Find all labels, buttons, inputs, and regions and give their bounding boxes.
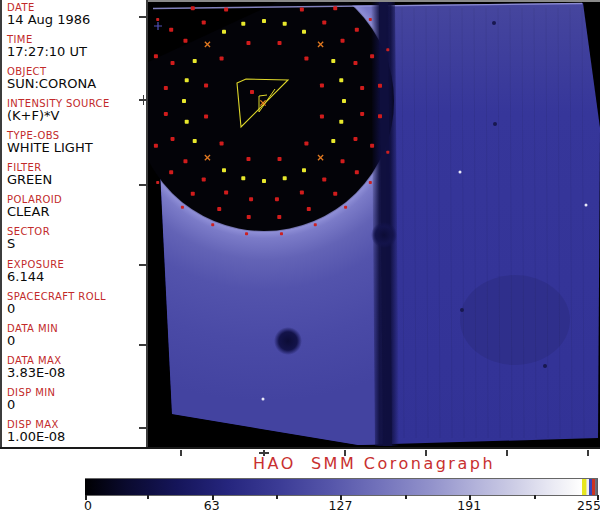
field-label: EXPOSURE bbox=[7, 259, 147, 270]
colorbar-minor-tick bbox=[147, 495, 149, 499]
dark-blob bbox=[371, 222, 397, 248]
coronagraph-image bbox=[148, 0, 600, 447]
red-ring-1-dot bbox=[164, 86, 168, 90]
red-ring-3-dot bbox=[369, 18, 372, 21]
red-ring-3-dot bbox=[344, 206, 347, 209]
red-ring-1-dot bbox=[360, 112, 364, 116]
field-value: (K+F)*V bbox=[7, 109, 147, 123]
field-value: 17:27:10 UT bbox=[7, 45, 147, 59]
inner-red-ring-dot bbox=[320, 83, 324, 87]
field-value: 3.83E-08 bbox=[7, 366, 147, 380]
red-ring-2-dot bbox=[154, 54, 158, 58]
yellow-ring-dot bbox=[193, 59, 197, 63]
metadata-field-data-min: DATA MIN0 bbox=[7, 323, 147, 348]
plot-top-border bbox=[148, 0, 600, 2]
field-value: S bbox=[7, 237, 147, 251]
field-value: WHITE LIGHT bbox=[7, 141, 147, 155]
yellow-ring-dot bbox=[331, 139, 335, 143]
yellow-ring-dot bbox=[339, 78, 343, 82]
red-ring-1-dot bbox=[341, 159, 345, 163]
metadata-panel: DATE14 Aug 1986TIME17:27:10 UTOBJECTSUN:… bbox=[0, 0, 148, 447]
inner-red-ring-dot bbox=[220, 141, 224, 145]
red-ring-2-dot bbox=[277, 215, 281, 219]
red-ring-1-dot bbox=[202, 178, 206, 182]
red-ring-2-dot bbox=[154, 144, 158, 148]
red-ring-1-dot bbox=[360, 86, 364, 90]
metadata-field-polaroid: POLAROIDCLEAR bbox=[7, 194, 147, 219]
metadata-field-object: OBJECTSUN:CORONA bbox=[7, 66, 147, 91]
red-ring-1-dot bbox=[183, 159, 187, 163]
red-ring-2-dot bbox=[191, 6, 195, 10]
colorbar-minor-tick bbox=[534, 495, 536, 499]
colorbar-minor-tick bbox=[405, 495, 407, 499]
colorbar-gradient bbox=[85, 478, 598, 496]
yellow-ring-dot bbox=[222, 30, 226, 34]
metadata-field-spacecraft-roll: SPACECRAFT ROLL0 bbox=[7, 291, 147, 316]
metadata-field-time: TIME17:27:10 UT bbox=[7, 34, 147, 59]
field-value: 0 bbox=[7, 334, 147, 348]
yellow-ring-dot bbox=[283, 176, 287, 180]
yellow-ring-dot bbox=[302, 30, 306, 34]
red-ring-2-dot bbox=[217, 207, 221, 211]
red-ring-1-dot bbox=[249, 197, 253, 201]
star-speck bbox=[262, 398, 265, 401]
field-label: SPACECRAFT ROLL bbox=[7, 291, 147, 302]
metadata-field-data-max: DATA MAX3.83E-08 bbox=[7, 355, 147, 380]
red-ring-1-dot bbox=[171, 61, 175, 65]
yellow-ring-dot bbox=[241, 22, 245, 26]
red-ring-3-dot bbox=[211, 223, 214, 226]
field-label: DATA MIN bbox=[7, 323, 147, 334]
left-axis-tick bbox=[139, 184, 147, 186]
yellow-ring-dot bbox=[331, 59, 335, 63]
red-ring-3-dot bbox=[280, 232, 283, 235]
red-ring-1-dot bbox=[300, 8, 304, 12]
red-ring-1-dot bbox=[322, 20, 326, 24]
yellow-ring-dot bbox=[185, 120, 189, 124]
red-ring-2-dot bbox=[378, 114, 382, 118]
yellow-ring-dot bbox=[185, 78, 189, 82]
red-ring-1-dot bbox=[353, 137, 357, 141]
red-ring-2-dot bbox=[169, 28, 173, 32]
colorbar-minor-tick bbox=[276, 495, 278, 499]
inner-red-ring-dot bbox=[304, 141, 308, 145]
field-value: 14 Aug 1986 bbox=[7, 13, 147, 27]
dark-speck bbox=[492, 21, 496, 25]
yellow-ring-dot bbox=[342, 99, 346, 103]
red-ring-2-dot bbox=[333, 6, 337, 10]
left-axis-tick bbox=[139, 264, 147, 266]
colorbar-label: 63 bbox=[204, 498, 220, 512]
inner-red-ring-dot bbox=[246, 41, 250, 45]
yellow-ring-dot bbox=[262, 179, 266, 183]
yellow-ring-dot bbox=[283, 22, 287, 26]
window-left-border bbox=[0, 0, 2, 449]
red-ring-1-dot bbox=[164, 112, 168, 116]
film-smudge bbox=[460, 275, 570, 365]
field-value: 6.144 bbox=[7, 270, 147, 284]
metadata-field-sector: SECTORS bbox=[7, 226, 147, 251]
red-ring-3-dot bbox=[369, 181, 372, 184]
red-ring-3-dot bbox=[156, 181, 159, 184]
panel-right-border bbox=[146, 0, 148, 449]
red-ring-1-dot bbox=[353, 61, 357, 65]
field-value: SUN:CORONA bbox=[7, 77, 147, 91]
metadata-field-intensity-source: INTENSITY SOURCE(K+F)*V bbox=[7, 98, 147, 123]
field-label: DISP MIN bbox=[7, 387, 147, 398]
field-value: 0 bbox=[7, 398, 147, 412]
dark-blob bbox=[274, 327, 302, 355]
red-ring-1-dot bbox=[202, 20, 206, 24]
yellow-ring-dot bbox=[302, 168, 306, 172]
metadata-field-filter: FILTERGREEN bbox=[7, 162, 147, 187]
colorbar-label: 127 bbox=[329, 498, 353, 512]
field-value: 1.00E-08 bbox=[7, 430, 147, 444]
inner-red-ring-dot bbox=[204, 115, 208, 119]
red-ring-2-dot bbox=[370, 54, 374, 58]
left-axis-tick bbox=[139, 16, 147, 18]
red-ring-2-dot bbox=[355, 28, 359, 32]
yellow-ring-dot bbox=[262, 19, 266, 23]
colorbar-label: 191 bbox=[457, 498, 481, 512]
red-ring-2-dot bbox=[247, 215, 251, 219]
metadata-field-disp-max: DISP MAX1.00E-08 bbox=[7, 419, 147, 444]
left-axis-tick bbox=[139, 427, 147, 429]
dark-speck bbox=[543, 364, 547, 368]
metadata-field-disp-min: DISP MIN0 bbox=[7, 387, 147, 412]
